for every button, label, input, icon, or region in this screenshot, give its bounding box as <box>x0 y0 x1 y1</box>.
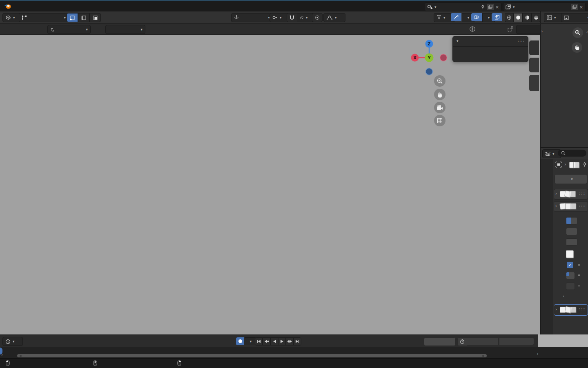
snap-base-icon[interactable] <box>507 26 514 32</box>
properties-tab-strip <box>541 159 553 335</box>
middle-mouse-icon <box>93 360 97 366</box>
svg-text:X: X <box>413 56 416 60</box>
blender-logo-icon[interactable] <box>3 3 11 9</box>
prop-toggle[interactable] <box>566 228 577 235</box>
sidebar-tab-tool[interactable] <box>529 58 539 72</box>
status-hint-callmenu <box>177 360 185 366</box>
auto-keying-button[interactable] <box>236 337 244 345</box>
zoom-view-button[interactable] <box>434 75 445 87</box>
blender-window: ▾ × ▾ × ▾ <box>0 0 588 368</box>
viewport-header: ▾ ▾ ▾ ▾ <box>0 11 540 24</box>
new-scene-button[interactable] <box>487 4 494 10</box>
select-mode-group <box>67 13 101 22</box>
viewport-overlay-stats <box>22 38 120 116</box>
new-viewlayer-button[interactable] <box>571 4 578 10</box>
material-icon-glitch[interactable] <box>566 250 574 258</box>
frame-end-field[interactable] <box>499 337 534 345</box>
tool-settings-bar: ▾ ▾ ▾ <box>0 24 540 35</box>
edge-select-mode-button[interactable] <box>78 13 89 22</box>
play-button[interactable] <box>278 337 286 346</box>
overlays-toggle[interactable] <box>471 13 482 21</box>
animate-dot[interactable] <box>578 264 580 266</box>
xray-toggle[interactable] <box>492 13 502 21</box>
solid-shading-button[interactable] <box>514 13 523 22</box>
modifier-row[interactable]: › :::: <box>554 189 588 200</box>
camera-view-button[interactable] <box>434 102 445 113</box>
properties-search-field[interactable] <box>558 150 586 157</box>
next-keyframe-button[interactable] <box>286 337 294 346</box>
animate-dot[interactable] <box>578 274 580 276</box>
pin-id-icon[interactable] <box>582 162 587 167</box>
image-collapse-arrow[interactable]: ‹ <box>586 29 588 35</box>
prop-toggle[interactable] <box>566 238 577 246</box>
timeline-editor-type-button[interactable]: ▾ <box>2 337 23 346</box>
wireframe-shading-button[interactable] <box>505 13 514 22</box>
scene-icon[interactable] <box>427 4 433 9</box>
timeline-ruler[interactable]: › ‹ <box>0 347 588 358</box>
image-zoom-button[interactable] <box>572 27 583 38</box>
play-reverse-button[interactable] <box>270 337 278 346</box>
prop-toggle[interactable] <box>566 217 577 224</box>
pin-icon[interactable] <box>481 4 485 9</box>
mode-selector[interactable]: ▾ <box>19 13 69 22</box>
image-editor-view-menu[interactable]: ▾ <box>561 13 588 22</box>
topbar: ▾ × ▾ × <box>0 0 588 11</box>
image-pan-button[interactable] <box>572 42 582 53</box>
modifier-drag-grip[interactable]: :::: <box>579 191 586 195</box>
face-select-mode-button[interactable] <box>89 13 101 22</box>
proportional-editing-button[interactable] <box>312 13 323 22</box>
viewlayer-selector[interactable]: ▾ × <box>503 2 586 11</box>
previous-keyframe-button[interactable] <box>263 337 270 346</box>
transform-orientation-dropdown[interactable]: ▾ <box>231 13 273 22</box>
collapse-chevron-icon[interactable]: ▾ <box>457 39 459 43</box>
use-preview-range-button[interactable] <box>457 337 467 346</box>
gizmos-toggle[interactable] <box>451 13 461 21</box>
modifier-row-selected[interactable]: › :::: <box>554 304 588 316</box>
prop-toggle[interactable] <box>566 272 575 279</box>
timeline-scrollbar[interactable] <box>17 354 487 357</box>
current-frame-field[interactable] <box>424 337 456 346</box>
viewlayer-icon[interactable] <box>506 4 511 9</box>
sidebar-tab-item[interactable] <box>529 40 539 55</box>
prop-toggle[interactable] <box>566 283 575 290</box>
sidebar-tab-view[interactable] <box>529 75 539 91</box>
snap-magnet-button[interactable] <box>287 13 297 22</box>
jump-to-start-button[interactable] <box>255 337 263 346</box>
status-hint-select <box>6 360 13 366</box>
gizmo-axis-x-neg <box>440 54 447 61</box>
remove-viewlayer-button[interactable]: × <box>579 4 583 10</box>
drag-mode-dropdown[interactable]: ▾ <box>105 25 145 34</box>
rendered-shading-button[interactable] <box>532 13 541 22</box>
proportional-falloff-dropdown[interactable]: ▾ <box>323 13 345 22</box>
scene-browse-chevron[interactable]: ▾ <box>434 5 437 9</box>
frame-start-field[interactable] <box>467 337 499 345</box>
region-expand-arrow[interactable]: › <box>541 29 543 34</box>
scene-selector[interactable]: ▾ × <box>425 2 501 11</box>
transform-panel-header[interactable]: ▾ :::: <box>453 36 528 47</box>
perspective-toggle-button[interactable] <box>434 115 445 126</box>
viewlayer-browse-chevron[interactable]: ▾ <box>513 5 515 9</box>
data-section-header[interactable]: › <box>554 294 587 302</box>
prop-checkbox[interactable]: ✓ <box>567 262 573 268</box>
properties-header: ▾ <box>541 148 588 159</box>
animate-dot[interactable] <box>578 285 580 287</box>
jump-to-end-button[interactable] <box>294 337 301 346</box>
image-editor[interactable]: › ‹ <box>540 24 588 147</box>
unlink-scene-button[interactable]: × <box>495 4 499 10</box>
add-modifier-button[interactable]: ▾ <box>555 174 587 184</box>
gizmo-axis-z-neg <box>426 68 433 75</box>
pan-view-button[interactable] <box>434 89 445 100</box>
corner-light-region <box>538 334 588 347</box>
material-preview-shading-button[interactable] <box>523 13 532 22</box>
panel-drag-grip[interactable]: :::: <box>518 38 525 43</box>
navigation-gizmo[interactable]: Z X Y <box>410 38 448 76</box>
status-bar <box>0 358 588 368</box>
modifier-drag-grip[interactable]: :::: <box>579 203 586 208</box>
ruler-collapse-arrow[interactable]: ‹ <box>537 351 538 357</box>
modifier-icons-glitch <box>570 307 576 313</box>
vertex-select-mode-button[interactable] <box>67 13 78 22</box>
modifier-drag-grip[interactable]: :::: <box>579 307 586 311</box>
modifier-row[interactable]: › :::: <box>554 201 588 212</box>
orientation-default-dropdown[interactable]: ▾ <box>47 25 91 34</box>
viewport-3d[interactable]: Z X Y ▾ :::: <box>0 35 540 334</box>
